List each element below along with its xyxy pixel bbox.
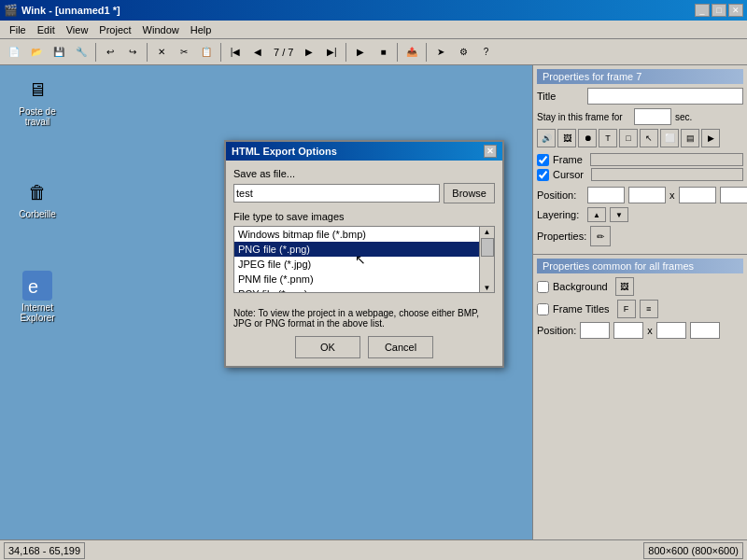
- save-button[interactable]: 💾: [49, 42, 69, 63]
- frame-titles-checkbox[interactable]: [537, 303, 549, 315]
- common-x-input[interactable]: 50: [580, 322, 610, 339]
- main-area: 🖥 Poste de travail 🗑 Corbeille e Interne…: [0, 65, 747, 539]
- filetype-png[interactable]: PNG file (*.png): [234, 242, 479, 257]
- filename-input[interactable]: [233, 184, 440, 203]
- image-icon[interactable]: 🖼: [557, 129, 576, 147]
- play-button[interactable]: ▶: [350, 42, 371, 63]
- button-icon[interactable]: ⬜: [660, 129, 679, 147]
- menu-bar: File Edit View Project Window Help: [0, 21, 747, 39]
- filetype-bmp[interactable]: Windows bitmap file (*.bmp): [234, 227, 479, 242]
- pos-x-input[interactable]: 34: [587, 187, 625, 203]
- settings-button[interactable]: ⚙: [453, 42, 473, 63]
- last-frame-button[interactable]: ▶|: [321, 42, 342, 63]
- help-button[interactable]: ?: [475, 42, 496, 63]
- cancel-button[interactable]: Cancel: [368, 336, 433, 358]
- menu-window[interactable]: Window: [137, 22, 185, 37]
- sep2: [147, 43, 148, 62]
- sep3: [220, 43, 221, 62]
- open-button[interactable]: 📂: [26, 42, 47, 63]
- frame-titles-align-icon[interactable]: ≡: [640, 300, 658, 318]
- ie-label: Internet Explorer: [9, 302, 65, 323]
- coords-status: 34,168 - 65,199: [4, 542, 85, 559]
- record-icon[interactable]: ⏺: [578, 129, 597, 147]
- toolbar: 📄 📂 💾 🔧 ↩ ↪ ✕ ✂ 📋 |◀ ◀ 7 / 7 ▶ ▶| ▶ ■ 📤 …: [0, 39, 747, 65]
- listbox-inner: Windows bitmap file (*.bmp) PNG file (*.…: [234, 227, 479, 293]
- cursor-checkbox[interactable]: [537, 169, 549, 181]
- text-icon[interactable]: T: [599, 129, 617, 147]
- background-image-icon[interactable]: 🖼: [615, 277, 634, 296]
- desktop-icon-computer[interactable]: 🖥 Poste de travail: [9, 75, 65, 127]
- first-frame-button[interactable]: |◀: [225, 42, 246, 63]
- layer-down-button[interactable]: ▼: [610, 207, 628, 222]
- background-row: Background 🖼: [537, 277, 743, 296]
- dialog-close-button[interactable]: ✕: [484, 145, 497, 158]
- menu-view[interactable]: View: [61, 22, 94, 37]
- common-properties-section: Properties common for all frames Backgro…: [533, 255, 747, 343]
- menu-file[interactable]: File: [4, 22, 32, 37]
- frame-titles-row: Frame Titles F ≡: [537, 300, 743, 318]
- sep5: [397, 43, 398, 62]
- dialog-title-bar: HTML Export Options ✕: [226, 142, 502, 161]
- cut-button[interactable]: ✂: [174, 42, 194, 63]
- filetype-pcy[interactable]: PCY file (*.pcx): [234, 287, 479, 293]
- svg-text:e: e: [28, 276, 38, 297]
- prev-frame-button[interactable]: ◀: [247, 42, 268, 63]
- stay-input[interactable]: 0.00: [634, 108, 671, 125]
- input-icon[interactable]: ▤: [681, 129, 699, 147]
- pos-y-input[interactable]: 168: [628, 187, 666, 203]
- layering-row: Layering: ▲ ▼: [537, 207, 743, 222]
- pos-w-input[interactable]: [679, 187, 716, 203]
- title-input[interactable]: [587, 88, 743, 105]
- common-w-input[interactable]: 249: [656, 322, 686, 339]
- frame-label: Frame: [553, 154, 583, 165]
- new-button[interactable]: 📄: [4, 42, 24, 63]
- file-type-label: File type to save images: [233, 211, 495, 222]
- canvas-area: 🖥 Poste de travail 🗑 Corbeille e Interne…: [0, 65, 532, 539]
- listbox-scrollbar[interactable]: ▲ ▼: [479, 227, 494, 292]
- filetype-jpg[interactable]: JPEG file (*.jpg): [234, 257, 479, 272]
- properties-section: Properties for frame 7 Title Stay in thi…: [533, 65, 747, 255]
- common-y-input[interactable]: 50: [613, 322, 643, 339]
- browse-button[interactable]: Browse: [444, 183, 495, 203]
- ok-button[interactable]: OK: [295, 336, 360, 358]
- minimize-button[interactable]: _: [695, 4, 710, 17]
- arrow-button[interactable]: ➤: [430, 42, 451, 63]
- title-bar-controls[interactable]: _ □ ✕: [695, 4, 743, 17]
- desktop-icon-trash[interactable]: 🗑 Corbeille: [9, 177, 65, 219]
- properties-icon[interactable]: ✏: [590, 226, 611, 246]
- stay-row: Stay in this frame for 0.00 sec.: [537, 108, 743, 125]
- close-button[interactable]: ✕: [728, 4, 743, 17]
- menu-edit[interactable]: Edit: [32, 22, 61, 37]
- menu-help[interactable]: Help: [185, 22, 218, 37]
- file-type-listbox[interactable]: Windows bitmap file (*.bmp) PNG file (*.…: [233, 226, 495, 293]
- frame-titles-font-icon[interactable]: F: [617, 300, 636, 318]
- cursor2-icon[interactable]: ↖: [640, 129, 658, 147]
- maximize-button[interactable]: □: [712, 4, 726, 17]
- trash-icon: 🗑: [22, 177, 52, 207]
- delete-button[interactable]: ✕: [151, 42, 172, 63]
- dialog-body: Save as file... Browse File type to save…: [226, 161, 502, 366]
- common-h-input[interactable]: 89: [690, 322, 720, 339]
- scrollbar-thumb[interactable]: [481, 238, 494, 257]
- title-bar-left: 🎬 Wink - [unnamed1 *]: [4, 4, 120, 17]
- background-checkbox[interactable]: [537, 281, 549, 293]
- pos-h-input[interactable]: [720, 187, 748, 203]
- position-row: Position: 34 168 x: [537, 187, 743, 203]
- common-position-row: Position: 50 50 x 249 89: [537, 322, 743, 339]
- next-frame-button[interactable]: ▶: [299, 42, 319, 63]
- redo-button[interactable]: ↪: [122, 42, 143, 63]
- frame-checkbox[interactable]: [537, 154, 549, 166]
- copy-button[interactable]: 📋: [196, 42, 217, 63]
- export-button[interactable]: 📤: [402, 42, 422, 63]
- sound-icon[interactable]: 🔊: [537, 129, 556, 147]
- video-icon[interactable]: ▶: [701, 129, 720, 147]
- properties-button[interactable]: 🔧: [71, 42, 92, 63]
- stop-button[interactable]: ■: [373, 42, 393, 63]
- undo-button[interactable]: ↩: [100, 42, 120, 63]
- layer-up-button[interactable]: ▲: [587, 207, 606, 222]
- menu-project[interactable]: Project: [93, 22, 136, 37]
- filetype-pnm[interactable]: PNM file (*.pnm): [234, 272, 479, 287]
- shape-icon[interactable]: □: [619, 129, 638, 147]
- desktop-icon-ie[interactable]: e Internet Explorer: [9, 271, 65, 323]
- frame-checkbox-row: Frame: [537, 153, 743, 166]
